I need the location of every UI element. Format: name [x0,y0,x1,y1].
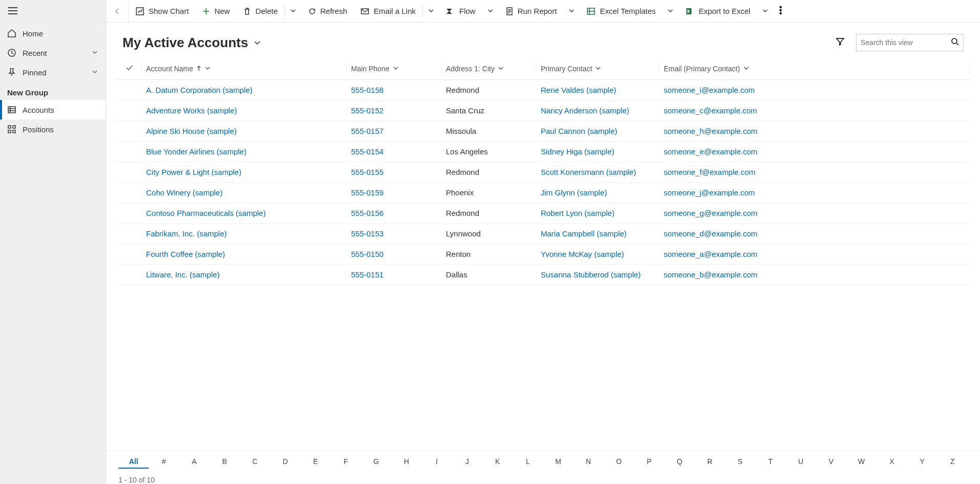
refresh-button[interactable]: Refresh [301,0,354,22]
back-button[interactable] [106,0,129,22]
nav-positions[interactable]: Positions [0,119,106,139]
contact-link[interactable]: Robert Lyon (sample) [541,209,615,217]
new-button[interactable]: New [195,0,236,22]
email-link[interactable]: someone_b@example.com [664,270,758,279]
row-selector[interactable] [116,80,142,100]
contact-link[interactable]: Rene Valdes (sample) [541,86,616,94]
table-row[interactable]: City Power & Light (sample)555-0155Redmo… [116,162,970,183]
contact-link[interactable]: Susanna Stubberod (sample) [541,270,641,279]
email-link[interactable]: someone_j@example.com [664,188,755,197]
index-i[interactable]: I [422,455,452,469]
select-all-column[interactable] [116,57,142,80]
index-z[interactable]: Z [937,455,968,469]
index-w[interactable]: W [846,455,876,469]
nav-accounts[interactable]: Accounts [0,100,106,119]
account-name-link[interactable]: Blue Yonder Airlines (sample) [146,147,247,156]
account-name-link[interactable]: Fabrikam, Inc. (sample) [146,229,227,238]
index-h[interactable]: H [392,455,422,469]
phone-link[interactable]: 555-0157 [351,127,383,135]
nav-pinned[interactable]: Pinned [0,63,106,82]
nav-home[interactable]: Home [0,24,106,43]
index-g[interactable]: G [361,455,391,469]
table-row[interactable]: Fourth Coffee (sample)555-0150RentonYvon… [116,244,970,265]
flow-button[interactable]: Flow [439,0,482,22]
index-#[interactable]: # [149,455,179,469]
index-k[interactable]: K [482,455,513,469]
row-selector[interactable] [116,100,142,121]
delete-dropdown[interactable] [285,0,301,22]
account-name-link[interactable]: Adventure Works (sample) [146,106,237,115]
row-selector[interactable] [116,142,142,162]
view-selector[interactable]: My Active Accounts [122,35,261,51]
index-t[interactable]: T [756,455,786,469]
col-main-phone[interactable]: Main Phone [347,57,442,80]
phone-link[interactable]: 555-0154 [351,147,383,156]
col-city[interactable]: Address 1: City [442,57,537,80]
run-report-button[interactable]: Run Report [499,0,564,22]
row-selector[interactable] [116,244,142,265]
phone-link[interactable]: 555-0150 [351,250,383,258]
index-b[interactable]: B [210,455,240,469]
email-link[interactable]: someone_c@example.com [664,106,757,115]
email-link[interactable]: someone_g@example.com [664,209,758,217]
contact-link[interactable]: Jim Glynn (sample) [541,188,607,197]
phone-link[interactable]: 555-0159 [351,188,383,197]
show-chart-button[interactable]: Show Chart [129,0,195,22]
site-map-toggle[interactable] [0,0,106,24]
table-row[interactable]: Adventure Works (sample)555-0152Santa Cr… [116,100,970,121]
index-n[interactable]: N [574,455,604,469]
email-link[interactable]: someone_a@example.com [664,250,758,258]
index-e[interactable]: E [300,455,331,469]
index-p[interactable]: P [634,455,664,469]
row-selector[interactable] [116,121,142,142]
account-name-link[interactable]: Alpine Ski House (sample) [146,127,237,135]
email-link[interactable]: someone_d@example.com [664,229,758,238]
search-icon[interactable] [951,37,959,48]
search-box[interactable] [856,34,964,51]
table-row[interactable]: A. Datum Corporation (sample)555-0158Red… [116,80,970,100]
index-f[interactable]: F [331,455,361,469]
flow-dropdown[interactable] [482,0,499,22]
index-j[interactable]: J [452,455,482,469]
excel-templates-dropdown[interactable] [662,0,679,22]
email-link[interactable]: someone_i@example.com [664,86,755,94]
index-u[interactable]: U [786,455,816,469]
row-selector[interactable] [116,183,142,203]
col-email[interactable]: Email (Primary Contact) [660,57,970,80]
index-v[interactable]: V [816,455,846,469]
contact-link[interactable]: Paul Cannon (sample) [541,127,617,135]
command-overflow[interactable] [773,6,788,17]
index-a[interactable]: A [179,455,209,469]
table-row[interactable]: Alpine Ski House (sample)555-0157Missoul… [116,121,970,142]
contact-link[interactable]: Nancy Anderson (sample) [541,106,629,115]
email-link[interactable]: someone_e@example.com [664,147,758,156]
table-row[interactable]: Litware, Inc. (sample)555-0151DallasSusa… [116,265,970,285]
excel-templates-button[interactable]: Excel Templates [580,0,662,22]
table-row[interactable]: Contoso Pharmaceuticals (sample)555-0156… [116,203,970,224]
contact-link[interactable]: Maria Campbell (sample) [541,229,627,238]
contact-link[interactable]: Yvonne McKay (sample) [541,250,624,258]
search-input[interactable] [861,38,951,47]
index-q[interactable]: Q [664,455,695,469]
email-link-dropdown[interactable] [423,0,439,22]
account-name-link[interactable]: Fourth Coffee (sample) [146,250,225,258]
table-row[interactable]: Coho Winery (sample)555-0159PhoenixJim G… [116,183,970,203]
table-row[interactable]: Fabrikam, Inc. (sample)555-0153LynnwoodM… [116,224,970,244]
account-name-link[interactable]: Coho Winery (sample) [146,188,222,197]
phone-link[interactable]: 555-0158 [351,86,383,94]
index-o[interactable]: O [604,455,634,469]
row-selector[interactable] [116,162,142,183]
col-account-name[interactable]: Account Name [142,57,347,80]
run-report-dropdown[interactable] [563,0,580,22]
index-y[interactable]: Y [907,455,937,469]
phone-link[interactable]: 555-0153 [351,229,383,238]
table-row[interactable]: Blue Yonder Airlines (sample)555-0154Los… [116,142,970,162]
index-s[interactable]: S [725,455,755,469]
index-d[interactable]: D [270,455,300,469]
index-l[interactable]: L [513,455,543,469]
account-name-link[interactable]: Litware, Inc. (sample) [146,270,219,279]
email-link-button[interactable]: Email a Link [354,0,422,22]
row-selector[interactable] [116,265,142,285]
index-all[interactable]: All [118,455,149,469]
account-name-link[interactable]: A. Datum Corporation (sample) [146,86,253,94]
